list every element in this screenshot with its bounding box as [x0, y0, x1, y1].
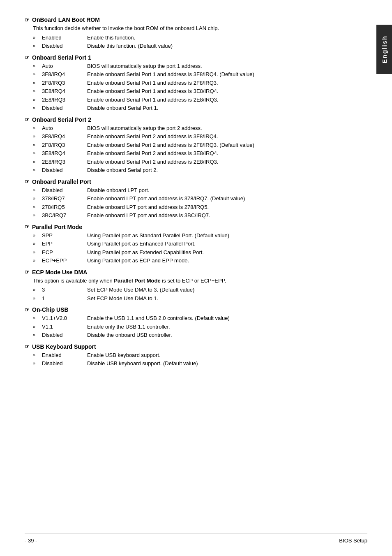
item-value: Enable onboard Serial Port 1 and address…: [87, 79, 367, 87]
item-bullet-icon: »: [33, 360, 41, 367]
item-key: Enabled: [42, 34, 87, 42]
cursor-icon-onboard-lan-boot-rom: ☞: [25, 17, 30, 23]
item-bullet-icon: »: [33, 34, 41, 41]
item-key: Disabled: [42, 186, 87, 195]
item-row: »V1.1Enable only the USB 1.1 controller.: [33, 323, 367, 331]
item-key: Disabled: [42, 331, 87, 339]
cursor-icon-ecp-mode-use-dma: ☞: [25, 269, 30, 275]
item-bullet-icon: »: [33, 104, 41, 111]
item-value: Enable only the USB 1.1 controller.: [87, 323, 367, 331]
item-bullet-icon: »: [33, 88, 41, 95]
item-row: »DisabledDisable onboard Serial Port 1.: [33, 104, 367, 112]
item-bullet-icon: »: [33, 150, 41, 157]
item-bullet-icon: »: [33, 125, 41, 132]
item-key: 378/IRQ7: [42, 195, 87, 203]
section-title-parallel-port-mode: ☞Parallel Port Mode: [25, 224, 367, 230]
item-key: Disabled: [42, 42, 87, 50]
item-value: BIOS will automatically setup the port 1…: [87, 62, 367, 70]
item-bullet-icon: »: [33, 204, 41, 211]
item-key: SPP: [42, 232, 87, 240]
item-key: 278/IRQ5: [42, 203, 87, 211]
section-title-onboard-parallel-port: ☞Onboard Parallel Port: [25, 178, 367, 185]
item-row: »DisabledDisable USB keyboard support. (…: [33, 359, 367, 368]
item-value: Set ECP Mode Use DMA to 3. (Default valu…: [87, 286, 367, 294]
item-value: Enable onboard Serial Port 2 and address…: [87, 132, 367, 141]
item-value: Enable onboard Serial Port 1 and address…: [87, 96, 367, 104]
section-on-chip-usb: ☞On-Chip USB»V1.1+V2.0Enable the USB 1.1…: [25, 306, 367, 339]
title-text-onboard-serial-port-1: Onboard Serial Port 1: [32, 54, 91, 61]
cursor-icon-parallel-port-mode: ☞: [25, 224, 30, 230]
item-key: Enabled: [42, 351, 87, 359]
item-bullet-icon: »: [33, 63, 41, 70]
item-row: »AutoBIOS will automatically setup the p…: [33, 124, 367, 132]
title-text-parallel-port-mode: Parallel Port Mode: [32, 224, 82, 230]
item-bullet-icon: »: [33, 257, 41, 264]
item-value: Disable onboard Serial port 2.: [87, 166, 367, 174]
item-bullet-icon: »: [33, 133, 41, 140]
section-onboard-parallel-port: ☞Onboard Parallel Port»DisabledDisable o…: [25, 178, 367, 220]
item-list-parallel-port-mode: »SPPUsing Parallel port as Standard Para…: [33, 232, 367, 265]
item-value: Set ECP Mode Use DMA to 1.: [87, 294, 367, 303]
item-key: ECP+EPP: [42, 257, 87, 265]
item-bullet-icon: »: [33, 249, 41, 256]
item-bullet-icon: »: [33, 71, 41, 78]
item-value: Disable onboard Serial Port 1.: [87, 104, 367, 112]
item-bullet-icon: »: [33, 158, 41, 165]
item-value: BIOS will automatically setup the port 2…: [87, 124, 367, 132]
item-list-on-chip-usb: »V1.1+V2.0Enable the USB 1.1 and USB 2.0…: [33, 314, 367, 339]
item-value: Disable USB keyboard support. (Default v…: [87, 359, 367, 368]
section-onboard-serial-port-2: ☞Onboard Serial Port 2»AutoBIOS will aut…: [25, 116, 367, 174]
item-row: »3F8/IRQ4Enable onboard Serial Port 1 an…: [33, 70, 367, 79]
item-key: 3: [42, 286, 87, 294]
bold-text: Parallel Port Mode: [114, 278, 160, 284]
item-row: »3Set ECP Mode Use DMA to 3. (Default va…: [33, 286, 367, 294]
item-value: Enable onboard Serial Port 2 and address…: [87, 149, 367, 158]
item-key: V1.1: [42, 323, 87, 331]
item-row: »EnabledEnable this function.: [33, 34, 367, 42]
item-value: Using Parallel port as Enhanced Parallel…: [87, 240, 367, 248]
item-value: Enable onboard Serial Port 2 and address…: [87, 158, 367, 166]
item-row: »1Set ECP Mode Use DMA to 1.: [33, 294, 367, 303]
item-row: »2E8/IRQ3Enable onboard Serial Port 2 an…: [33, 158, 367, 166]
item-bullet-icon: »: [33, 323, 41, 330]
section-onboard-serial-port-1: ☞Onboard Serial Port 1»AutoBIOS will aut…: [25, 54, 367, 112]
item-row: »DisabledDisable onboard LPT port.: [33, 186, 367, 195]
section-title-ecp-mode-use-dma: ☞ECP Mode Use DMA: [25, 269, 367, 276]
item-value: Enable onboard LPT port and address is 3…: [87, 211, 367, 220]
item-value: Disable the onboard USB controller.: [87, 331, 367, 339]
sections-container: ☞OnBoard LAN Boot ROMThis function decid…: [25, 16, 367, 368]
item-value: Enable onboard Serial Port 2 and address…: [87, 141, 367, 149]
item-row: »2F8/IRQ3Enable onboard Serial Port 2 an…: [33, 141, 367, 149]
section-ecp-mode-use-dma: ☞ECP Mode Use DMAThis option is availabl…: [25, 269, 367, 303]
item-value: Enable onboard Serial Port 1 and address…: [87, 87, 367, 95]
item-bullet-icon: »: [33, 167, 41, 174]
item-value: Disable this function. (Default value): [87, 42, 367, 50]
item-key: 3F8/IRQ4: [42, 70, 87, 79]
section-title-on-chip-usb: ☞On-Chip USB: [25, 306, 367, 313]
sidebar-tab: English: [376, 25, 392, 74]
title-text-onboard-parallel-port: Onboard Parallel Port: [32, 178, 91, 185]
footer-right: BIOS Setup: [339, 537, 367, 544]
item-bullet-icon: »: [33, 331, 41, 338]
title-text-onboard-serial-port-2: Onboard Serial Port 2: [32, 116, 91, 123]
title-text-ecp-mode-use-dma: ECP Mode Use DMA: [32, 269, 87, 276]
item-value: Enable the USB 1.1 and USB 2.0 controlle…: [87, 314, 367, 322]
item-key: Disabled: [42, 104, 87, 112]
footer-content: - 39 - BIOS Setup: [25, 537, 367, 544]
item-bullet-icon: »: [33, 42, 41, 49]
cursor-icon-onboard-parallel-port: ☞: [25, 178, 30, 185]
item-value: Using Parallel port as ECP and EPP mode.: [87, 257, 367, 265]
footer-line: [25, 533, 367, 533]
item-list-onboard-parallel-port: »DisabledDisable onboard LPT port.»378/I…: [33, 186, 367, 220]
item-list-ecp-mode-use-dma: »3Set ECP Mode Use DMA to 3. (Default va…: [33, 286, 367, 302]
footer-page: - 39 -: [25, 537, 37, 544]
item-key: 1: [42, 294, 87, 303]
item-bullet-icon: »: [33, 79, 41, 86]
item-row: »DisabledDisable onboard Serial port 2.: [33, 166, 367, 174]
item-bullet-icon: »: [33, 295, 41, 302]
section-title-onboard-serial-port-2: ☞Onboard Serial Port 2: [25, 116, 367, 123]
item-bullet-icon: »: [33, 286, 41, 293]
item-key: Auto: [42, 62, 87, 70]
item-value: Disable onboard LPT port.: [87, 186, 367, 195]
item-row: »DisabledDisable the onboard USB control…: [33, 331, 367, 339]
